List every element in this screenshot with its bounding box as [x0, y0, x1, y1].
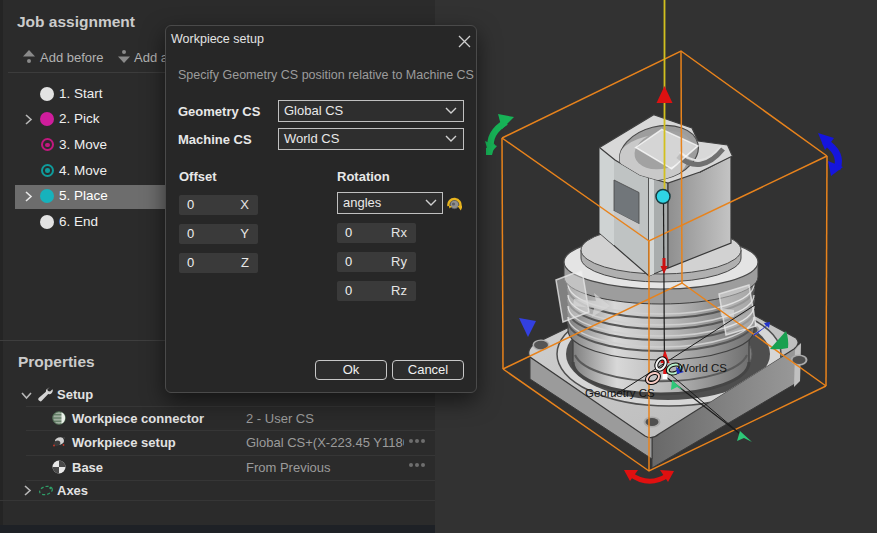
- svg-text:Geometry CS: Geometry CS: [585, 387, 655, 399]
- svg-text:World CS: World CS: [678, 362, 727, 374]
